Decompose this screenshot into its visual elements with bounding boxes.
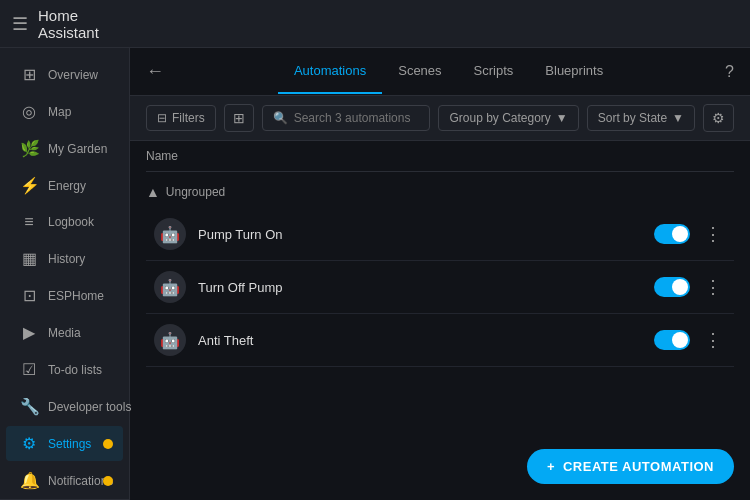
automation-name: Turn Off Pump bbox=[198, 280, 654, 295]
sort-chevron-icon: ▼ bbox=[672, 111, 684, 125]
sidebar-item-map[interactable]: ◎ Map bbox=[6, 94, 123, 129]
history-icon: ▦ bbox=[20, 249, 38, 268]
main-layout: ⊞ Overview ◎ Map 🌿 My Garden ⚡ Energy ≡ … bbox=[0, 48, 750, 500]
toolbar: ⊟ Filters ⊞ 🔍 Group by Category ▼ Sort b… bbox=[130, 96, 750, 141]
sidebar-item-todo[interactable]: ☑ To-do lists bbox=[6, 352, 123, 387]
map-icon: ◎ bbox=[20, 102, 38, 121]
automation-row[interactable]: 🤖 Pump Turn On ⋮ bbox=[146, 208, 734, 261]
automation-more-button[interactable]: ⋮ bbox=[700, 219, 726, 249]
garden-icon: 🌿 bbox=[20, 139, 38, 158]
automation-toggle[interactable] bbox=[654, 224, 690, 244]
hamburger-icon[interactable]: ☰ bbox=[12, 13, 28, 35]
search-input[interactable] bbox=[294, 111, 420, 125]
settings-badge bbox=[103, 439, 113, 449]
automation-more-button[interactable]: ⋮ bbox=[700, 272, 726, 302]
automation-name: Anti Theft bbox=[198, 333, 654, 348]
media-icon: ▶ bbox=[20, 323, 38, 342]
todo-icon: ☑ bbox=[20, 360, 38, 379]
sidebar-item-media[interactable]: ▶ Media bbox=[6, 315, 123, 350]
automation-row[interactable]: 🤖 Anti Theft ⋮ bbox=[146, 314, 734, 367]
create-automation-button[interactable]: + CREATE AUTOMATION bbox=[527, 449, 734, 484]
create-automation-label: CREATE AUTOMATION bbox=[563, 459, 714, 474]
automation-robot-icon: 🤖 bbox=[154, 271, 186, 303]
tab-scripts[interactable]: Scripts bbox=[458, 49, 530, 94]
back-button[interactable]: ← bbox=[146, 61, 164, 82]
notifications-icon: 🔔 bbox=[20, 471, 38, 490]
col-header-name: Name bbox=[146, 141, 734, 172]
filter-button[interactable]: ⊟ Filters bbox=[146, 105, 216, 131]
automation-toggle[interactable] bbox=[654, 277, 690, 297]
content: ← Automations Scenes Scripts Blueprints … bbox=[130, 48, 750, 500]
help-button[interactable]: ? bbox=[725, 63, 734, 81]
sidebar-item-my-garden[interactable]: 🌿 My Garden bbox=[6, 131, 123, 166]
automation-robot-icon: 🤖 bbox=[154, 218, 186, 250]
tab-scenes[interactable]: Scenes bbox=[382, 49, 457, 94]
automation-robot-icon: 🤖 bbox=[154, 324, 186, 356]
create-automation-container: + CREATE AUTOMATION bbox=[527, 449, 734, 484]
sidebar: ⊞ Overview ◎ Map 🌿 My Garden ⚡ Energy ≡ … bbox=[0, 48, 130, 500]
logbook-icon: ≡ bbox=[20, 213, 38, 231]
overview-icon: ⊞ bbox=[20, 65, 38, 84]
content-header: ← Automations Scenes Scripts Blueprints … bbox=[130, 48, 750, 96]
tune-icon: ⊞ bbox=[233, 110, 245, 126]
automation-row[interactable]: 🤖 Turn Off Pump ⋮ bbox=[146, 261, 734, 314]
sidebar-item-notifications[interactable]: 🔔 Notifications bbox=[6, 463, 123, 498]
sidebar-item-logbook[interactable]: ≡ Logbook bbox=[6, 205, 123, 239]
content-wrapper: Name ▲ Ungrouped 🤖 Pump Turn On ⋮ 🤖 Turn… bbox=[130, 141, 750, 500]
group-button[interactable]: Group by Category ▼ bbox=[438, 105, 578, 131]
tabs: Automations Scenes Scripts Blueprints bbox=[172, 49, 725, 94]
tab-automations[interactable]: Automations bbox=[278, 49, 382, 94]
sidebar-item-developer[interactable]: 🔧 Developer tools bbox=[6, 389, 123, 424]
sidebar-item-settings[interactable]: ⚙ Settings bbox=[6, 426, 123, 461]
tune-button[interactable]: ⊞ bbox=[224, 104, 254, 132]
settings-icon: ⚙ bbox=[20, 434, 38, 453]
search-icon: 🔍 bbox=[273, 111, 288, 125]
group-label: Ungrouped bbox=[166, 185, 225, 199]
automation-toggle[interactable] bbox=[654, 330, 690, 350]
sidebar-item-esphome[interactable]: ⊡ ESPHome bbox=[6, 278, 123, 313]
sidebar-item-energy[interactable]: ⚡ Energy bbox=[6, 168, 123, 203]
developer-icon: 🔧 bbox=[20, 397, 38, 416]
plus-icon: + bbox=[547, 459, 555, 474]
chevron-down-icon: ▼ bbox=[556, 111, 568, 125]
sidebar-item-overview[interactable]: ⊞ Overview bbox=[6, 57, 123, 92]
tab-blueprints[interactable]: Blueprints bbox=[529, 49, 619, 94]
energy-icon: ⚡ bbox=[20, 176, 38, 195]
group-chevron-icon: ▲ bbox=[146, 184, 160, 200]
app-title: Home Assistant bbox=[38, 7, 142, 41]
automation-more-button[interactable]: ⋮ bbox=[700, 325, 726, 355]
search-box[interactable]: 🔍 bbox=[262, 105, 431, 131]
notifications-badge bbox=[103, 476, 113, 486]
sidebar-item-history[interactable]: ▦ History bbox=[6, 241, 123, 276]
esphome-icon: ⊡ bbox=[20, 286, 38, 305]
table-area: Name ▲ Ungrouped 🤖 Pump Turn On ⋮ 🤖 Turn… bbox=[130, 141, 750, 500]
table-settings-button[interactable]: ⚙ bbox=[703, 104, 734, 132]
automation-name: Pump Turn On bbox=[198, 227, 654, 242]
filter-icon: ⊟ bbox=[157, 111, 167, 125]
gear-icon: ⚙ bbox=[712, 110, 725, 126]
topbar: ☰ Home Assistant bbox=[0, 0, 750, 48]
group-header-ungrouped[interactable]: ▲ Ungrouped bbox=[146, 176, 734, 208]
sort-button[interactable]: Sort by State ▼ bbox=[587, 105, 695, 131]
topbar-left: ☰ Home Assistant bbox=[12, 7, 142, 41]
